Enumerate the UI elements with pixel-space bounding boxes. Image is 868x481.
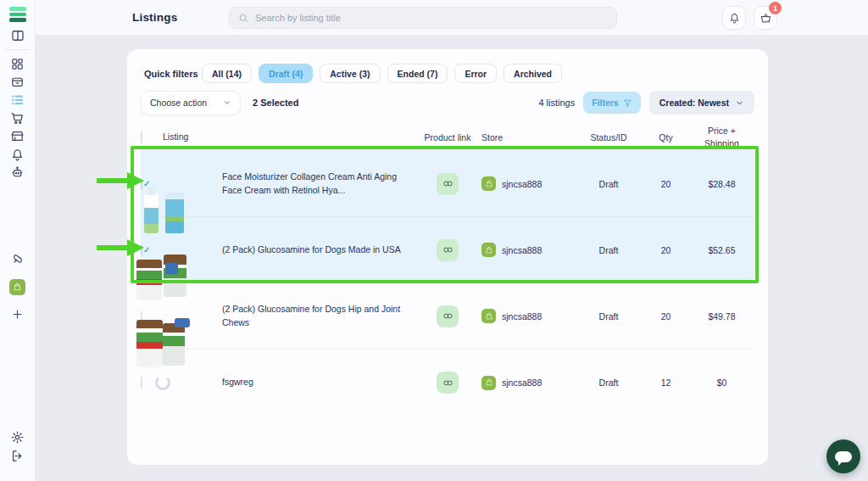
filter-pill-active[interactable]: Active (3) [320,64,380,83]
qty-value: 20 [643,311,689,322]
shopify-store-icon [481,309,496,323]
page-title: Listings [132,11,177,24]
link-icon [442,244,453,255]
storefront-icon[interactable] [8,126,27,145]
search-icon [238,13,249,24]
search-box[interactable] [229,7,617,29]
chat-bubble-icon [835,451,852,462]
column-product-link: Product link [414,132,481,143]
notifications-icon[interactable] [8,145,27,164]
chevron-down-icon [735,98,744,108]
listings-icon-active[interactable] [8,90,27,109]
sidebar [0,0,36,481]
reader-icon[interactable] [8,26,27,45]
table-header: Listing Product link Store Status/ID Qty… [141,124,754,151]
table-row[interactable]: fsgwreg sjncsa888 Draft 12 $0 [141,350,754,416]
filter-pills: All (14) Draft (4) Active (3) Ended (7) … [202,64,562,83]
product-link-button[interactable] [437,173,459,195]
column-price-shipping: Price + Shipping [689,125,754,148]
integrations-icon[interactable] [8,249,27,268]
settings-icon[interactable] [8,428,27,446]
price-value: $49.78 [689,311,754,322]
select-all-checkbox[interactable] [141,131,142,143]
top-header: Listings 1 [36,0,868,36]
column-status-id: Status/ID [575,132,643,143]
table-body: Face Moisturizer Collagen Cream Anti Agi… [141,151,754,416]
quick-filters-row: Quick filters All (14) Draft (4) Active … [144,64,562,83]
qty-value: 12 [643,378,689,388]
product-link-button[interactable] [437,305,459,327]
listings-card: Quick filters All (14) Draft (4) Active … [127,49,768,465]
filter-pill-ended[interactable]: Ended (7) [387,64,448,83]
row-checkbox[interactable] [141,244,142,256]
inbox-box-icon[interactable] [8,72,27,91]
listing-title: fsgwreg [222,376,414,389]
store-name: sjncsa888 [502,245,542,255]
actions-right: 4 listings Filters Created: Newest [538,91,754,115]
dashboard-icon[interactable] [8,54,27,73]
bell-icon [728,12,741,25]
status-value: Draft [575,311,643,322]
search-input[interactable] [255,13,608,23]
table-row[interactable]: Face Moisturizer Collagen Cream Anti Agi… [141,151,754,217]
sort-button[interactable]: Created: Newest [649,91,754,115]
status-value: Draft [575,245,643,255]
filters-button-label: Filters [592,98,619,108]
column-listing: Listing [163,131,414,143]
filter-pill-all[interactable]: All (14) [202,64,252,83]
filter-pill-error[interactable]: Error [454,64,497,83]
shopify-store-icon [481,243,496,257]
shopify-store-icon [481,176,496,191]
store-name: sjncsa888 [502,311,542,322]
status-value: Draft [575,179,643,189]
app-logo-icon[interactable] [8,5,27,24]
logout-icon[interactable] [8,446,27,465]
bot-icon[interactable] [8,163,27,182]
shopify-store-icon[interactable] [8,277,27,296]
basket-badge: 1 [769,2,782,14]
logo-bars-icon [9,7,26,22]
choose-action-label: Choose action [150,98,207,108]
funnel-icon [623,98,632,108]
basket-button[interactable]: 1 [754,6,777,30]
listing-title: Face Moisturizer Collagen Cream Anti Agi… [222,171,414,196]
filter-pill-archived[interactable]: Archived [504,64,562,83]
row-checkbox[interactable] [141,377,142,389]
column-qty: Qty [643,132,689,143]
store-name: sjncsa888 [502,378,542,388]
main-content: Quick filters All (14) Draft (4) Active … [36,36,868,481]
chat-launcher-button[interactable] [826,439,860,473]
status-value: Draft [575,378,643,388]
listing-title: (2 Pack) Glucosamine for Dogs Made in US… [222,243,414,256]
choose-action-select[interactable]: Choose action [141,91,241,115]
sort-button-label: Created: Newest [659,98,729,108]
qty-value: 20 [643,245,689,255]
store-name: sjncsa888 [502,179,542,189]
cart-icon[interactable] [8,109,27,127]
product-link-button[interactable] [437,239,459,261]
link-icon [442,378,453,389]
add-icon[interactable] [8,305,27,323]
actions-row: Choose action 2 Selected 4 listings Filt… [141,90,754,115]
table-row[interactable]: (2 Pack) Glucosamine for Dogs Hip and Jo… [141,283,754,350]
basket-icon [760,12,772,25]
price-value: $28.48 [689,179,754,189]
quick-filters-label: Quick filters [144,69,202,79]
column-store: Store [481,132,575,143]
selected-count: 2 Selected [253,98,298,108]
qty-value: 20 [643,179,689,189]
chevron-down-icon [223,98,231,107]
product-link-button[interactable] [437,372,459,394]
row-checkbox[interactable] [141,178,142,190]
sidebar-divider [5,49,30,50]
price-value: $52.65 [689,245,754,255]
link-icon [442,178,453,189]
price-value: $0 [689,378,754,388]
table-row[interactable]: (2 Pack) Glucosamine for Dogs Made in US… [141,217,754,283]
listings-count: 4 listings [538,98,575,108]
link-icon [442,310,453,322]
notifications-button[interactable] [722,6,746,30]
filter-pill-draft[interactable]: Draft (4) [259,64,313,83]
shopify-badge [9,279,25,295]
filters-button[interactable]: Filters [583,92,641,114]
